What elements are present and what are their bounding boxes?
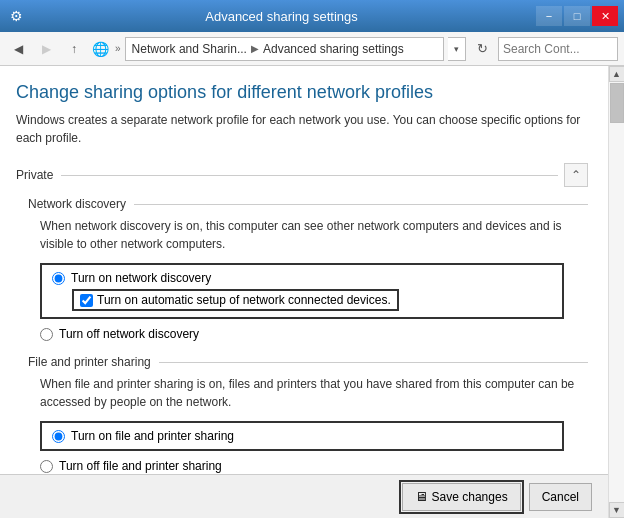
file-printer-line <box>159 362 588 363</box>
breadcrumb[interactable]: Network and Sharin... ▶ Advanced sharing… <box>125 37 444 61</box>
breadcrumb-dropdown-button[interactable]: ▾ <box>448 37 466 61</box>
scroll-up-arrow[interactable]: ▲ <box>609 66 625 82</box>
network-discovery-off-label[interactable]: Turn off network discovery <box>59 327 199 341</box>
search-box: 🔍 <box>498 37 618 61</box>
scroll-down-arrow[interactable]: ▼ <box>609 502 625 518</box>
scroll-thumb[interactable] <box>610 83 624 123</box>
breadcrumb-part1: Network and Sharin... <box>132 42 247 56</box>
network-discovery-auto-checkbox[interactable] <box>80 294 93 307</box>
network-discovery-off-option: Turn off network discovery <box>40 327 564 341</box>
network-discovery-auto-label[interactable]: Turn on automatic setup of network conne… <box>97 293 391 307</box>
network-discovery-auto-checkbox-box: Turn on automatic setup of network conne… <box>72 289 399 311</box>
save-changes-label: Save changes <box>432 490 508 504</box>
file-printer-header: File and printer sharing <box>28 355 588 369</box>
app-icon: ⚙ <box>10 8 23 24</box>
scroll-track[interactable] <box>609 82 624 502</box>
breadcrumb-arrow: ▶ <box>251 43 259 54</box>
file-printer-on-label[interactable]: Turn on file and printer sharing <box>71 429 234 443</box>
search-input[interactable] <box>503 42 624 56</box>
network-discovery-header: Network discovery <box>28 197 588 211</box>
refresh-button[interactable]: ↻ <box>470 37 494 61</box>
network-discovery-options-box: Turn on network discovery Turn on automa… <box>40 263 564 319</box>
back-button[interactable]: ◀ <box>6 37 30 61</box>
file-printer-options-box: Turn on file and printer sharing <box>40 421 564 451</box>
window-controls: − □ ✕ <box>536 6 618 26</box>
close-button[interactable]: ✕ <box>592 6 618 26</box>
window-title: Advanced sharing settings <box>27 9 536 24</box>
file-printer-off-option: Turn off file and printer sharing <box>40 459 564 473</box>
private-section-line <box>61 175 558 176</box>
network-discovery-on-radio[interactable] <box>52 272 65 285</box>
file-printer-off-radio[interactable] <box>40 460 53 473</box>
save-icon: 🖥 <box>415 489 428 504</box>
page-title: Change sharing options for different net… <box>16 82 588 103</box>
file-printer-off-label[interactable]: Turn off file and printer sharing <box>59 459 222 473</box>
up-button[interactable]: ↑ <box>62 37 86 61</box>
private-section-collapse-button[interactable]: ⌃ <box>564 163 588 187</box>
private-section-header: Private ⌃ <box>16 163 588 187</box>
network-discovery-on-option: Turn on network discovery <box>52 271 552 285</box>
network-discovery-on-label[interactable]: Turn on network discovery <box>71 271 211 285</box>
forward-button[interactable]: ▶ <box>34 37 58 61</box>
file-printer-on-radio[interactable] <box>52 430 65 443</box>
address-bar: ◀ ▶ ↑ 🌐 » Network and Sharin... ▶ Advanc… <box>0 32 624 66</box>
network-discovery-off-radio[interactable] <box>40 328 53 341</box>
maximize-button[interactable]: □ <box>564 6 590 26</box>
nav-icon: 🌐 <box>92 41 109 57</box>
file-printer-label: File and printer sharing <box>28 355 151 369</box>
network-discovery-description: When network discovery is on, this compu… <box>40 217 588 253</box>
file-printer-on-option: Turn on file and printer sharing <box>52 429 552 443</box>
network-discovery-label: Network discovery <box>28 197 126 211</box>
scrollbar: ▲ ▼ <box>608 66 624 518</box>
page-description: Windows creates a separate network profi… <box>16 111 588 147</box>
breadcrumb-separator1: » <box>115 43 121 54</box>
bottom-bar: 🖥 Save changes Cancel <box>0 474 608 518</box>
file-printer-description: When file and printer sharing is on, fil… <box>40 375 588 411</box>
content-area: Change sharing options for different net… <box>0 66 608 518</box>
main-content: Change sharing options for different net… <box>0 66 624 518</box>
network-discovery-line <box>134 204 588 205</box>
breadcrumb-part2: Advanced sharing settings <box>263 42 404 56</box>
minimize-button[interactable]: − <box>536 6 562 26</box>
save-changes-button[interactable]: 🖥 Save changes <box>402 483 521 511</box>
title-bar: ⚙ Advanced sharing settings − □ ✕ <box>0 0 624 32</box>
cancel-button[interactable]: Cancel <box>529 483 592 511</box>
network-discovery-auto-option: Turn on automatic setup of network conne… <box>72 289 552 311</box>
private-section-label: Private <box>16 168 53 182</box>
